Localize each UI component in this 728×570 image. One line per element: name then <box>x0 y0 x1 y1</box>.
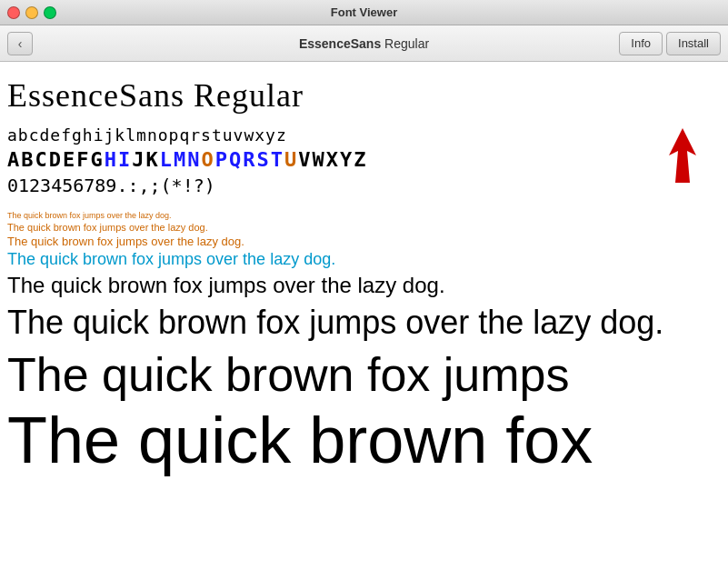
maximize-button[interactable] <box>44 6 56 19</box>
font-style: Regular <box>384 36 429 51</box>
pangram-size-9: The quick brown fox jumps over the lazy … <box>7 211 721 220</box>
pangram-size-11: The quick brown fox jumps over the lazy … <box>7 222 721 233</box>
pangram-size-18: The quick brown fox jumps over the lazy … <box>7 250 721 269</box>
minimize-button[interactable] <box>25 6 38 19</box>
font-info: EssenceSans Regular <box>299 36 429 51</box>
pangram-size-36: The quick brown fox jumps over the lazy … <box>7 304 721 342</box>
window-controls <box>7 6 56 19</box>
font-name: EssenceSans <box>299 36 381 51</box>
window-title: Font Viewer <box>331 5 397 19</box>
install-button[interactable]: Install <box>666 32 721 55</box>
uppercase-sample: ABCDEFGHIJKLMNOPQRSTUVWXYZ <box>7 148 721 171</box>
pangram-size-13: The quick brown fox jumps over the lazy … <box>7 235 721 248</box>
title-bar: Font Viewer <box>0 0 728 25</box>
back-button[interactable]: ‹ <box>7 32 33 55</box>
font-title-display: EssenceSans Regular <box>7 76 721 115</box>
pangram-size-72: The quick brown fox <box>7 407 721 473</box>
lowercase-sample: abcdefghijklmnopqrstuvwxyz <box>7 125 721 145</box>
toolbar: ‹ EssenceSans Regular Info Install <box>0 25 728 62</box>
toolbar-actions: Info Install <box>619 32 721 55</box>
font-preview-content: EssenceSans Regular abcdefghijklmnopqrst… <box>0 62 728 570</box>
pangram-size-24: The quick brown fox jumps over the lazy … <box>7 273 721 298</box>
close-button[interactable] <box>7 6 20 19</box>
info-button[interactable]: Info <box>619 32 663 55</box>
pangram-size-52: The quick brown fox jumps <box>7 347 721 402</box>
numbers-sample: 0123456789.:,;(*!?) <box>7 175 721 196</box>
